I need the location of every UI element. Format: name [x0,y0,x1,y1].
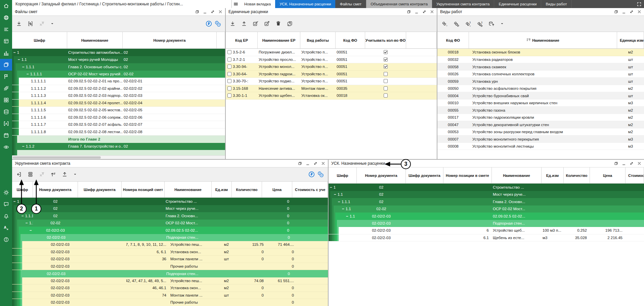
dropdown-caret-icon[interactable] [73,173,77,176]
column-header[interactable]: Наименование [67,32,123,48]
table-row[interactable]: 00018Установка оконных блоковм2 [437,49,644,56]
tab-2[interactable]: УСК. Назначенные расценки [275,0,335,8]
table-row[interactable]: 02-02/2-0341, 42, 47, 47.1, 48, 49, 5...… [12,277,328,285]
tab-4[interactable]: Объединенная смета контракта [366,0,432,8]
table-row[interactable]: −1.1.1.1ОСР 02-02 Мост через ручей ...02… [12,71,225,78]
table-row[interactable]: 3.5-2-6Погружение дизел...Устройство п..… [226,49,437,56]
breadcrumb[interactable]: Корпорация / Западный филиал / Гостиница… [12,0,232,8]
table-row[interactable]: 1.1.1.1.402.09.02.5 02-02-2-04 пролет...… [12,100,225,107]
column-header[interactable] [217,32,225,48]
table-row[interactable]: 00026Установка солнечных коллекторовшт [437,71,644,78]
checkbox[interactable] [227,72,231,76]
table-row[interactable]: 02-02/2-03Подпорная стен...0 [12,270,328,277]
horizontal-scrollbar[interactable] [12,155,225,159]
maximize-icon[interactable] [630,10,634,14]
import-icon[interactable] [230,21,235,27]
chain-off1-icon[interactable]: 1 [477,21,483,27]
column-header[interactable]: Стоимость с у [626,167,644,183]
return-icon[interactable] [16,171,22,177]
maximize-icon[interactable] [211,10,215,14]
db-upload-icon[interactable] [488,21,495,27]
checkbox[interactable] [384,86,388,90]
table-row[interactable]: −1.102-02ОСР 02-02 Мост...0 [12,220,328,227]
minimize-icon[interactable] [306,161,310,165]
table-row[interactable]: 00050Устройство асфальтового покрытиям2 [437,85,644,92]
column-header[interactable]: Ед.изм [542,167,564,183]
table-row[interactable]: 02-02/2-031, 2, 7, 7.1, 8, 9, 10, 11, 12… [12,241,328,248]
close-icon[interactable] [637,161,641,165]
collapse-toggle[interactable]: − [338,200,340,204]
minimize-icon[interactable] [622,161,626,165]
table-row[interactable]: 3.7-2-1Устройство просло...Устройство п.… [226,56,437,64]
table-row[interactable]: 1.1.1.1.602.09.02.5 02-02-2-06 сопряж...… [12,114,225,121]
table-row[interactable]: −1.1.102Глава 2. Основн...0 [12,212,328,220]
collapse-toggle[interactable]: − [342,207,344,211]
pullup-icon[interactable] [50,171,56,177]
clear-filter-icon[interactable] [39,21,45,27]
tab-6[interactable]: Единичные расценки [494,0,541,8]
checkbox[interactable] [227,65,231,69]
trash-icon[interactable] [275,21,281,27]
table-row[interactable]: −1.102Мост через руче... [329,191,644,198]
link-copy-icon[interactable] [287,21,293,27]
table-row[interactable]: 02-02/2-03Прочие работы0 [12,263,328,270]
table-row[interactable]: 00058Установка скамеекшт [437,63,644,71]
column-header[interactable]: Шифр [329,167,357,183]
clear-filter-icon[interactable] [39,171,45,177]
collapse-toggle[interactable]: − [13,199,16,203]
table-row[interactable]: 3.30-1-1Устройство щебен...Установка ок.… [226,92,437,100]
table-row[interactable]: 00055Устройство газонам2 [437,107,644,114]
table-row[interactable]: Итого по Главе 2 [12,136,225,143]
column-header[interactable]: Код ФО [336,32,365,48]
checkbox-checked[interactable] [384,50,388,54]
column-header[interactable]: Номер документа [357,167,406,183]
tab-3[interactable]: Файлы смет [335,0,366,8]
table-row[interactable]: 00004Устройство буронабивных свайшт [437,92,644,100]
sidebar-item-translate-icon[interactable]: Aя [0,222,12,234]
sidebar-item-hatch-icon[interactable] [0,82,12,94]
sidebar-item-home-icon[interactable] [0,0,12,12]
collapse-toggle[interactable]: − [346,214,348,218]
checkbox[interactable] [227,93,231,98]
column-header[interactable]: Цена [262,182,292,197]
maximize-icon[interactable] [313,161,317,165]
restore-icon[interactable] [195,10,199,14]
column-header[interactable]: Наименование ЕР [258,32,300,48]
close-icon[interactable] [218,10,222,14]
table-row[interactable] [12,150,225,155]
column-header[interactable]: Код ЕР [226,32,258,48]
checkbox[interactable] [227,86,231,90]
import-icon[interactable] [16,21,22,27]
table-row[interactable]: 00007Устройство монолитного перекрытиям3 [437,136,644,143]
dropdown-caret-icon[interactable] [50,22,54,26]
table-row[interactable]: 1.1.1.1.302.09.02.5 02-02-2-03 подпор...… [12,92,225,100]
sidebar-item-bell-icon[interactable] [0,210,12,222]
ruble-icon[interactable]: ₽ [308,171,315,178]
collapse-toggle[interactable]: − [22,144,25,148]
close-icon[interactable] [321,161,325,165]
restore-icon[interactable] [407,10,411,14]
sidebar-item-formula-icon[interactable]: A [0,118,12,129]
table-row[interactable]: 3.30-70-:Устройство подмо...Устройство п… [226,78,437,85]
sidebar-item-flag-icon[interactable] [0,71,12,82]
export-icon[interactable] [241,21,247,27]
table-row[interactable]: −102-02/2-0302.09.02.5 02-02...0 [12,227,328,234]
table-row[interactable]: 02-02/2-036, 6.1Установка окон...м200 [12,248,328,256]
chain-v1-icon[interactable]: 1v [465,21,471,27]
checkbox[interactable] [227,50,231,54]
tab-menu-icon[interactable] [232,0,240,8]
column-header[interactable]: Цена [590,167,626,183]
checkbox-checked[interactable] [384,65,388,69]
column-header[interactable]: Номера позиций смет [122,182,165,197]
sidebar-item-calendar-icon[interactable] [0,129,12,141]
column-header[interactable]: Код ФО [437,32,469,48]
column-header[interactable]: Наименование [492,167,542,183]
coins-icon[interactable]: 815 [317,171,324,178]
lists-icon[interactable] [28,171,33,177]
column-header[interactable]: Вид работы [300,32,336,48]
table-row[interactable]: 3.30-64-Устройство гидрои...Устройство п… [226,71,437,78]
column-header[interactable]: Шифр документа [78,182,122,197]
collapse-toggle[interactable]: − [13,50,16,54]
close-icon[interactable] [430,10,434,14]
column-header[interactable]: Наименование [469,32,617,48]
